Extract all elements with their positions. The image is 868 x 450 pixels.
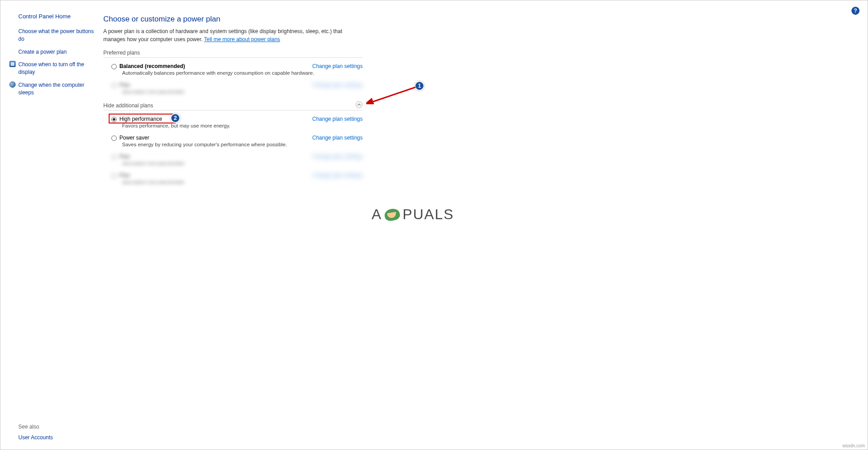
plan-row-power-saver: Power saver Change plan settings <box>103 133 363 142</box>
plan-row-hidden: Plan Change plan settings <box>103 170 363 179</box>
plan-description: Favors performance, but may use more ene… <box>103 123 363 128</box>
see-also-label: See also <box>18 424 94 430</box>
radio-high-performance[interactable] <box>111 117 117 122</box>
plan-name: Power saver <box>119 135 149 141</box>
learn-more-link[interactable]: Tell me more about power plans <box>204 36 280 42</box>
change-plan-settings-link[interactable]: Change plan settings <box>312 172 363 178</box>
user-accounts-link[interactable]: User Accounts <box>18 434 94 441</box>
radio-balanced[interactable] <box>111 64 117 69</box>
hide-additional-text: Hide additional plans <box>103 102 153 109</box>
watermark-text-b: PUALS <box>402 206 454 223</box>
chevron-up-icon[interactable] <box>356 101 363 108</box>
cap-icon <box>384 208 401 222</box>
plan-row-hidden: Plan Change plan settings <box>103 152 363 161</box>
page-description: A power plan is a collection of hardware… <box>103 27 363 43</box>
preferred-plans-label: Preferred plans <box>103 50 363 58</box>
change-plan-settings-link[interactable]: Change plan settings <box>312 82 363 88</box>
plan-row-high-performance: High performance Change plan settings <box>103 114 363 123</box>
plan-name: Plan <box>119 82 130 88</box>
sidebar-link-label: Choose what the power buttons do <box>18 28 94 43</box>
arrow-icon <box>366 86 420 104</box>
sidebar-link-label: Choose when to turn off the display <box>18 61 94 76</box>
plan-description: description text placeholder <box>103 89 363 94</box>
sidebar-link-power-buttons[interactable]: Choose what the power buttons do <box>18 28 94 43</box>
radio-hidden[interactable] <box>111 154 117 160</box>
callout-badge-2: 2 <box>170 113 180 123</box>
change-plan-settings-link[interactable]: Change plan settings <box>312 116 363 122</box>
radio-hidden[interactable] <box>111 173 117 178</box>
control-panel-home-link[interactable]: Control Panel Home <box>18 13 94 20</box>
radio-hidden[interactable] <box>111 83 117 88</box>
sidebar-link-create-plan[interactable]: Create a power plan <box>18 48 94 56</box>
sidebar-link-label: Change when the computer sleeps <box>18 81 94 97</box>
hide-additional-plans-label[interactable]: Hide additional plans <box>103 102 363 110</box>
sidebar-link-computer-sleeps[interactable]: Change when the computer sleeps <box>9 81 94 97</box>
plan-name: Plan <box>119 153 130 160</box>
sidebar: Control Panel Home Choose what the power… <box>0 0 103 450</box>
control-panel-window: ? Control Panel Home Choose what the pow… <box>0 0 868 450</box>
main-content: Choose or customize a power plan A power… <box>103 0 868 450</box>
plan-description: Automatically balances performance with … <box>103 70 363 76</box>
plan-row-balanced: Balanced (recommended) Change plan setti… <box>103 61 363 70</box>
svg-line-0 <box>371 87 415 102</box>
change-plan-settings-link[interactable]: Change plan settings <box>312 135 363 141</box>
monitor-icon <box>9 61 16 67</box>
sidebar-link-turn-off-display[interactable]: Choose when to turn off the display <box>9 61 94 76</box>
page-title: Choose or customize a power plan <box>103 15 850 24</box>
watermark-logo: A PUALS <box>372 206 454 223</box>
plan-description: Saves energy by reducing your computer's… <box>103 142 363 147</box>
plan-description: description text placeholder <box>103 161 363 166</box>
radio-power-saver[interactable] <box>111 136 117 141</box>
plan-description: description text placeholder <box>103 179 363 185</box>
plan-name: Plan <box>119 172 130 178</box>
change-plan-settings-link[interactable]: Change plan settings <box>312 63 363 69</box>
plan-row-hidden: Plan Change plan settings <box>103 80 363 89</box>
watermark-text-a: A <box>372 206 382 223</box>
callout-badge-1: 1 <box>415 81 424 91</box>
globe-icon <box>9 81 16 88</box>
sidebar-link-label: Create a power plan <box>18 48 94 56</box>
change-plan-settings-link[interactable]: Change plan settings <box>312 153 363 160</box>
plan-name: Balanced (recommended) <box>119 63 185 69</box>
plan-name: High performance <box>119 116 162 122</box>
source-watermark: wsxdn.com <box>843 443 865 448</box>
